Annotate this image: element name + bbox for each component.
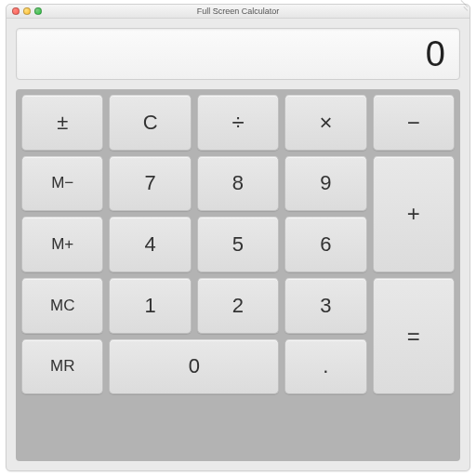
memory-plus-button[interactable]: M+ [21,217,103,272]
memory-minus-button[interactable]: M− [21,156,103,212]
display: 0 [16,28,460,80]
equals-button[interactable]: = [373,278,455,394]
window-title: Full Screen Calculator [7,7,469,16]
memory-recall-button[interactable]: MR [21,339,103,395]
resize-icon[interactable] [458,7,468,16]
memory-clear-button[interactable]: MC [21,278,103,334]
keypad: ± C ÷ × − M− 7 8 9 + M+ 4 5 6 MC 1 2 [16,89,460,461]
zero-button[interactable]: 0 [109,339,279,395]
one-button[interactable]: 1 [109,278,191,334]
seven-button[interactable]: 7 [109,156,191,212]
plus-button[interactable]: + [373,156,455,272]
four-button[interactable]: 4 [109,217,191,272]
two-button[interactable]: 2 [197,278,279,334]
plus-minus-button[interactable]: ± [21,95,103,151]
close-icon[interactable] [12,7,20,15]
calculator-body: 0 ± C ÷ × − M− 7 8 9 + M+ 4 5 6 MC [7,19,469,470]
clear-button[interactable]: C [109,95,191,151]
multiply-button[interactable]: × [284,95,366,151]
decimal-button[interactable]: . [284,339,366,395]
app-window: Full Screen Calculator 0 ± C ÷ × − M− 7 … [6,4,470,471]
zoom-icon[interactable] [34,7,42,15]
window-controls [7,7,42,15]
six-button[interactable]: 6 [284,217,366,272]
minimize-icon[interactable] [23,7,31,15]
titlebar: Full Screen Calculator [7,5,469,19]
five-button[interactable]: 5 [197,217,279,272]
eight-button[interactable]: 8 [197,156,279,212]
three-button[interactable]: 3 [284,278,366,334]
nine-button[interactable]: 9 [284,156,366,212]
divide-button[interactable]: ÷ [197,95,279,151]
minus-button[interactable]: − [373,95,455,151]
